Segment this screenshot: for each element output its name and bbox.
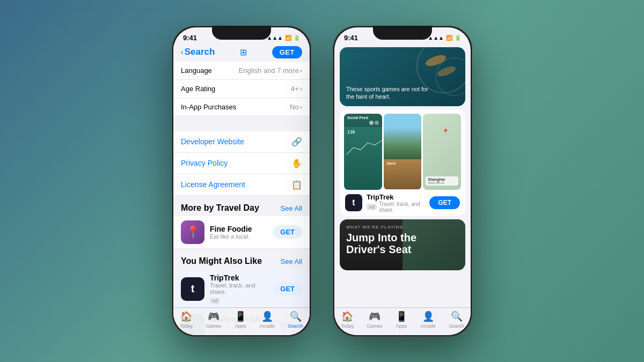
games-icon: 🎮: [208, 311, 219, 322]
notch-1: [212, 26, 271, 40]
fine-foodie-get-button[interactable]: GET: [273, 225, 302, 239]
fine-foodie-icon: 📍: [181, 220, 204, 244]
language-label: Language: [181, 67, 212, 75]
wifi-icon-2: 📶: [446, 35, 452, 41]
social-feed-label: Social Feed: [347, 116, 379, 120]
chart-svg: [344, 137, 382, 158]
fine-foodie-info: Fine Foodie Eat like a local.: [210, 225, 267, 240]
arcade-label-2: Arcade: [420, 323, 436, 329]
more-by-title: More by Travel Day: [181, 203, 259, 213]
playing-card-content: WHAT WE'RE PLAYING Jump Into the Driver'…: [346, 225, 459, 255]
playing-title-line2: Driver's Seat: [346, 243, 459, 255]
sports-card[interactable]: These sports games are not for the faint…: [340, 47, 465, 106]
screen-social: Social Feed 13k: [344, 114, 382, 190]
nav-title: Search: [185, 47, 215, 57]
triptrek-app-info: TripTrek Ad Travel, track, and share.: [367, 193, 425, 213]
map-label: Shanghai 2023-05-24: [426, 176, 458, 186]
back-button[interactable]: ‹ Search: [181, 47, 215, 57]
privacy-policy-link[interactable]: Privacy Policy: [181, 159, 228, 167]
triptrek-card[interactable]: Social Feed 13k Jane: [340, 109, 465, 216]
age-rating-label: Age Rating: [181, 85, 215, 93]
tab-games-2[interactable]: 🎮 Games: [367, 311, 383, 329]
developer-website-link[interactable]: Developer Website: [181, 137, 244, 146]
triptrek-name: TripTrek: [210, 274, 267, 282]
triptrek-icon: t: [181, 277, 204, 301]
license-agreement-link[interactable]: License Agreement: [181, 180, 245, 189]
triptrek-row: t TripTrek Travel, track, and share. Ad …: [173, 269, 310, 309]
tab-apps-1[interactable]: 📱 Apps: [235, 311, 246, 329]
status-icons-1: ▲▲▲ 📶 🔋: [267, 35, 300, 41]
fine-foodie-row: 📍 Fine Foodie Eat like a local. GET: [173, 216, 310, 249]
more-by-header: More by Travel Day See All: [173, 196, 310, 216]
tab-today-2[interactable]: 🏠 Today: [341, 311, 354, 329]
svg-point-1: [436, 58, 465, 95]
tab-games-1[interactable]: 🎮 Games: [206, 311, 222, 329]
tab-search-2[interactable]: 🔍 Search: [449, 311, 464, 329]
avatar-dot-2: [375, 121, 379, 125]
doc-icon: 📋: [291, 180, 302, 190]
battery-icon-1: 🔋: [294, 35, 300, 41]
phone-1: 9:41 ▲▲▲ 📶 🔋 ‹ Search ⊞ GET Language Eng…: [172, 26, 311, 337]
triptrek-app-icon: t: [345, 194, 362, 211]
triptrek-sub-row: Ad Travel, track, and share.: [367, 201, 425, 213]
triptrek-get-button[interactable]: GET: [273, 282, 302, 295]
arcade-label: Arcade: [259, 323, 275, 329]
ad-badge: Ad: [210, 298, 220, 304]
tab-arcade-2[interactable]: 👤 Arcade: [420, 311, 436, 329]
chevron-left-icon: ‹: [181, 48, 184, 56]
triptrek-card-name: TripTrek: [367, 193, 425, 201]
developer-website-row[interactable]: Developer Website 🔗: [173, 131, 310, 153]
triptrek-card-get-button[interactable]: GET: [429, 196, 460, 209]
privacy-policy-row[interactable]: Privacy Policy ✋: [173, 153, 310, 174]
arcade-icon: 👤: [261, 311, 273, 322]
signal-icon-1: ▲▲▲: [267, 35, 283, 41]
tab-bar-1: 🏠 Today 🎮 Games 📱 Apps 👤 Arcade 🔍 Search: [173, 307, 310, 335]
games-icon-2: 🎮: [369, 311, 380, 322]
map-pin: 📍: [442, 129, 449, 135]
get-button-main[interactable]: GET: [272, 46, 302, 58]
age-rating-row: Age Rating 4+ ›: [173, 80, 310, 98]
in-app-purchases-row: In-App Purchases No ›: [173, 98, 310, 116]
playing-card[interactable]: WHAT WE'RE PLAYING Jump Into the Driver'…: [340, 219, 465, 270]
apps-label-2: Apps: [396, 323, 407, 329]
search-label: Search: [288, 323, 303, 329]
notch-2: [373, 26, 432, 40]
shanghai-label: Shanghai: [428, 178, 456, 181]
today-label-2: Today: [341, 323, 354, 329]
screen-mountain: Jane: [384, 114, 422, 190]
status-icons-2: ▲▲▲ 📶 🔋: [428, 35, 461, 41]
license-agreement-row[interactable]: License Agreement 📋: [173, 174, 310, 196]
time-1: 9:41: [183, 34, 197, 42]
playing-title: Jump Into the Driver's Seat: [346, 232, 459, 255]
arcade-icon-2: 👤: [422, 311, 434, 322]
apps-icon: 📱: [235, 311, 246, 322]
you-might-title: You Might Also Like: [181, 256, 262, 266]
tab-search-1[interactable]: 🔍 Search: [288, 311, 303, 329]
stat-13k: 13k: [344, 127, 382, 137]
search-icon-tab-2: 🔍: [451, 311, 463, 322]
in-app-label: In-App Purchases: [181, 103, 236, 111]
filter-icon[interactable]: ⊞: [240, 47, 247, 57]
date-label: 2023-05-24: [428, 181, 456, 184]
today-label: Today: [180, 323, 193, 329]
playing-eyebrow: WHAT WE'RE PLAYING: [346, 225, 459, 230]
hiker-name: Jane: [386, 161, 419, 166]
nav-bar-1: ‹ Search ⊞ GET: [173, 44, 310, 62]
svg-point-2: [424, 53, 447, 68]
signal-icon-2: ▲▲▲: [428, 35, 444, 41]
external-link-icon: 🔗: [291, 137, 302, 147]
tab-apps-2[interactable]: 📱 Apps: [396, 311, 407, 329]
search-label-2: Search: [449, 323, 464, 329]
foodie-icon-glyph: 📍: [186, 225, 200, 239]
language-row: Language English and 7 more ›: [173, 62, 310, 80]
tab-today-1[interactable]: 🏠 Today: [180, 311, 193, 329]
mountain-bg: [384, 114, 422, 159]
triptrek-ad-badge: Ad: [367, 204, 377, 210]
tab-arcade-1[interactable]: 👤 Arcade: [259, 311, 275, 329]
triptrek-card-subtitle: Travel, track, and share.: [379, 201, 425, 213]
apps-label: Apps: [235, 323, 246, 329]
hiker-section: Jane: [384, 159, 422, 190]
time-2: 9:41: [344, 34, 358, 42]
you-might-see-all[interactable]: See All: [281, 257, 302, 265]
more-by-see-all[interactable]: See All: [281, 204, 302, 212]
